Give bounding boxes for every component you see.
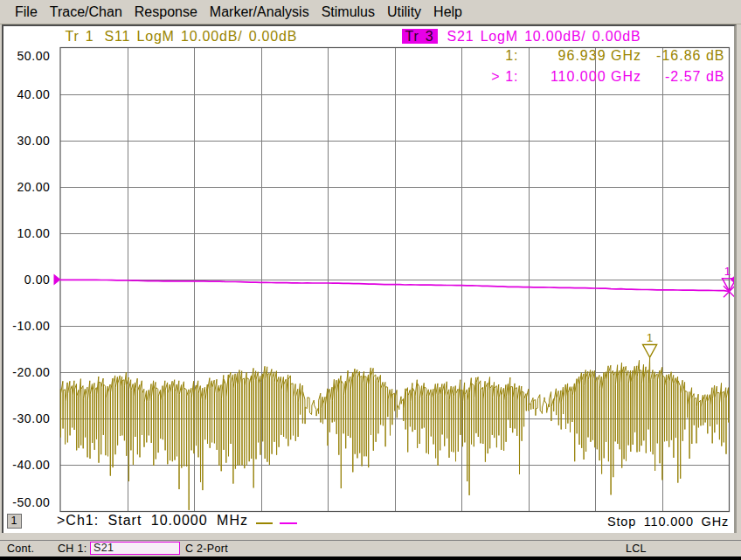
marker-symbol[interactable] bbox=[643, 345, 657, 358]
y-axis-tick-label: 20.00 bbox=[17, 180, 50, 194]
local-remote-status: LCL bbox=[626, 543, 647, 555]
y-axis-tick-label: -10.00 bbox=[12, 319, 50, 333]
analyzer-screen: 50.0040.0030.0020.0010.000.00-10.00-20.0… bbox=[2, 24, 737, 533]
plot-area: 50.0040.0030.0020.0010.000.00-10.00-20.0… bbox=[2, 24, 737, 533]
stop-frequency-label: Stop 110.000 GHz bbox=[607, 515, 729, 529]
menu-bar: File Trace/Chan Response Marker/Analysis… bbox=[0, 0, 741, 24]
trace1-format: S11 LogM 10.00dB/ 0.00dB bbox=[105, 29, 298, 44]
y-axis-tick-label: -40.00 bbox=[12, 458, 50, 472]
trace3-format: S21 LogM 10.00dB/ 0.00dB bbox=[447, 29, 641, 44]
trace-s21 bbox=[60, 280, 730, 291]
y-axis-tick-label: -50.00 bbox=[12, 495, 50, 509]
trace3-color-key bbox=[280, 522, 297, 524]
stimulus-row: >Ch1: Start 10.0000 MHz Stop 110.000 GHz bbox=[3, 512, 735, 531]
trace3-annotation: Tr 3S21 LogM 10.00dB/ 0.00dB bbox=[402, 29, 641, 44]
menu-trace-chan[interactable]: Trace/Chan bbox=[44, 1, 128, 24]
sweep-status: Cont. bbox=[7, 543, 34, 555]
marker1-number-active: > 1: bbox=[449, 69, 519, 84]
menu-help[interactable]: Help bbox=[427, 1, 468, 24]
marker1-frequency-active: 110.000 GHz bbox=[528, 69, 641, 84]
trace1-color-key bbox=[256, 522, 273, 524]
marker1-value: -16.86 dB bbox=[647, 48, 725, 63]
reference-level-arrow-left bbox=[54, 274, 61, 286]
y-axis-tick-label: -20.00 bbox=[12, 365, 50, 379]
channel-label: CH 1: bbox=[58, 543, 87, 555]
menu-file[interactable]: File bbox=[9, 1, 44, 24]
y-axis-tick-label: 0.00 bbox=[24, 273, 51, 287]
trace-s11 bbox=[60, 358, 729, 510]
menu-response[interactable]: Response bbox=[128, 1, 204, 24]
marker1-number: 1: bbox=[449, 48, 519, 63]
measurement-indicator[interactable]: S21 bbox=[90, 542, 180, 555]
trace1-label[interactable]: Tr 1 bbox=[62, 29, 98, 44]
menu-utility[interactable]: Utility bbox=[381, 1, 427, 24]
trace1-annotation: Tr 1S11 LogM 10.00dB/ 0.00dB bbox=[62, 29, 298, 44]
marker-number-label: 1 bbox=[647, 331, 654, 344]
correction-status: C 2-Port bbox=[185, 543, 228, 555]
menu-marker-analysis[interactable]: Marker/Analysis bbox=[204, 1, 315, 24]
y-axis-tick-label: 50.00 bbox=[17, 49, 50, 63]
grid-lines bbox=[60, 48, 730, 512]
screen-lower-frame bbox=[0, 533, 741, 541]
y-axis-tick-label: -30.00 bbox=[12, 411, 50, 425]
y-axis-tick-label: 40.00 bbox=[17, 87, 50, 101]
marker-number-label: 1 bbox=[724, 265, 731, 278]
bottom-edge bbox=[0, 557, 741, 560]
network-analyzer-window: { "menu_bar": { "items": [ { "label": "F… bbox=[0, 0, 741, 560]
trace3-label[interactable]: Tr 3 bbox=[402, 29, 438, 44]
marker1-value-active: -2.57 dB bbox=[647, 69, 725, 84]
y-axis-tick-label: 10.00 bbox=[17, 226, 50, 240]
status-bar: Cont. CH 1: S21 C 2-Port LCL bbox=[0, 541, 741, 557]
y-axis-tick-label: 30.00 bbox=[17, 134, 50, 148]
menu-stimulus[interactable]: Stimulus bbox=[315, 1, 381, 24]
marker-symbol-active[interactable] bbox=[723, 279, 737, 292]
marker1-frequency: 96.939 GHz bbox=[528, 48, 641, 63]
start-frequency-label: >Ch1: Start 10.0000 MHz bbox=[57, 513, 248, 529]
